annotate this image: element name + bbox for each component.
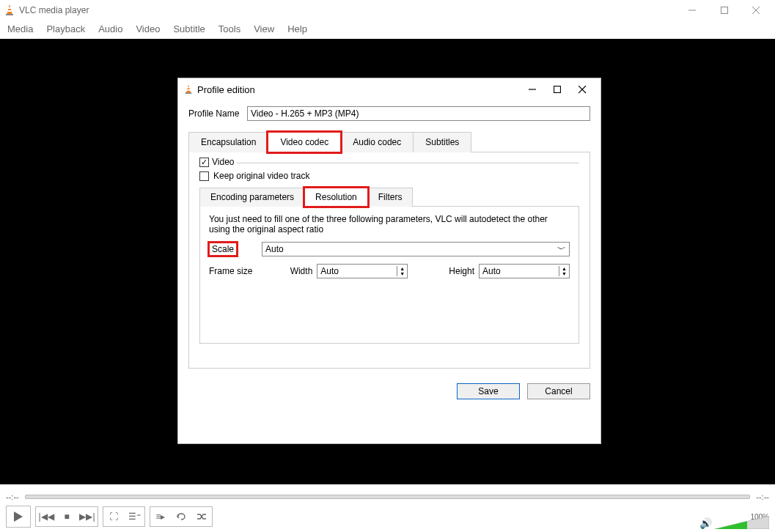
menu-view[interactable]: View bbox=[254, 23, 274, 34]
spin-down-icon[interactable]: ▼ bbox=[400, 271, 405, 276]
play-button[interactable] bbox=[6, 506, 31, 528]
stop-button[interactable]: ■ bbox=[56, 507, 77, 526]
height-label: Height bbox=[449, 266, 474, 276]
width-value: Auto bbox=[320, 266, 339, 276]
volume-slider[interactable] bbox=[715, 514, 769, 529]
menu-video[interactable]: Video bbox=[136, 23, 160, 34]
svg-rect-5 bbox=[721, 7, 727, 14]
width-label: Width bbox=[290, 266, 313, 276]
window-controls bbox=[677, 0, 771, 21]
tab-audio-codec[interactable]: Audio codec bbox=[340, 132, 414, 152]
time-current: --:-- bbox=[6, 492, 19, 501]
tab-resolution[interactable]: Resolution bbox=[304, 188, 368, 207]
video-group: ✓ Video Keep original video track Encodi… bbox=[199, 163, 579, 344]
time-total: --:-- bbox=[756, 492, 769, 501]
svg-marker-8 bbox=[186, 84, 191, 93]
menu-subtitle[interactable]: Subtitle bbox=[173, 23, 205, 34]
close-button[interactable] bbox=[741, 0, 771, 21]
menu-help[interactable]: Help bbox=[287, 23, 307, 34]
profile-edition-dialog: Profile edition Profile Name Encapsulati… bbox=[177, 78, 601, 444]
tab-encoding-parameters[interactable]: Encoding parameters bbox=[199, 188, 305, 207]
fullscreen-button[interactable]: ⛶ bbox=[103, 507, 124, 526]
cancel-button[interactable]: Cancel bbox=[527, 383, 590, 399]
video-checkbox[interactable]: ✓ bbox=[199, 158, 209, 167]
tab-subtitles[interactable]: Subtitles bbox=[413, 132, 471, 152]
spin-up-icon[interactable]: ▲ bbox=[400, 266, 405, 271]
menu-tools[interactable]: Tools bbox=[218, 23, 240, 34]
ext-settings-button[interactable]: ☰⁼ bbox=[124, 507, 144, 526]
profile-name-label: Profile Name bbox=[188, 108, 247, 119]
codec-tabs: Encapsulation Video codec Audio codec Su… bbox=[188, 131, 590, 152]
width-spinner[interactable]: Auto ▲▼ bbox=[317, 264, 408, 278]
tab-video-codec[interactable]: Video codec bbox=[268, 132, 341, 152]
svg-rect-1 bbox=[6, 14, 13, 15]
dialog-footer: Save Cancel bbox=[178, 376, 600, 410]
svg-rect-13 bbox=[554, 86, 561, 93]
spin-down-icon[interactable]: ▼ bbox=[562, 271, 567, 276]
dialog-close-button[interactable] bbox=[570, 81, 595, 98]
tab-encapsulation[interactable]: Encapsulation bbox=[188, 132, 268, 152]
previous-button[interactable]: |◀◀ bbox=[36, 507, 56, 526]
keep-original-checkbox[interactable] bbox=[199, 171, 209, 181]
menu-playback[interactable]: Playback bbox=[46, 23, 85, 34]
resolution-help-text: You just need to fill one of the three f… bbox=[209, 214, 570, 234]
dialog-minimize-button[interactable] bbox=[520, 81, 545, 98]
dialog-title: Profile edition bbox=[197, 84, 255, 95]
vlc-cone-icon bbox=[184, 84, 193, 95]
spin-up-icon[interactable]: ▲ bbox=[562, 266, 567, 271]
window-titlebar: VLC media player bbox=[0, 0, 775, 21]
tab-filters[interactable]: Filters bbox=[367, 188, 414, 207]
seek-slider[interactable] bbox=[25, 495, 751, 499]
profile-name-input[interactable] bbox=[247, 106, 590, 121]
svg-marker-16 bbox=[14, 511, 23, 522]
save-button[interactable]: Save bbox=[457, 383, 520, 399]
height-value: Auto bbox=[482, 266, 501, 276]
height-spinner[interactable]: Auto ▲▼ bbox=[479, 264, 570, 278]
keep-original-label: Keep original video track bbox=[213, 171, 309, 181]
vlc-cone-icon bbox=[4, 4, 15, 16]
svg-rect-3 bbox=[7, 10, 12, 12]
dialog-titlebar: Profile edition bbox=[178, 78, 600, 100]
maximize-button[interactable] bbox=[710, 0, 739, 21]
window-title: VLC media player bbox=[19, 5, 89, 15]
chevron-down-icon: ﹀ bbox=[557, 243, 566, 256]
video-checkbox-label: Video bbox=[212, 157, 234, 167]
menu-media[interactable]: Media bbox=[7, 23, 33, 34]
loop-button[interactable] bbox=[171, 507, 191, 526]
menu-audio[interactable]: Audio bbox=[98, 23, 122, 34]
svg-rect-2 bbox=[7, 7, 12, 9]
scale-value: Auto bbox=[265, 244, 284, 254]
scale-select[interactable]: Auto ﹀ bbox=[262, 242, 570, 256]
frame-size-label: Frame size bbox=[209, 266, 260, 276]
scale-label: Scale bbox=[209, 243, 237, 256]
minimize-button[interactable] bbox=[677, 0, 707, 21]
playlist-button[interactable]: ≡▸ bbox=[150, 507, 171, 526]
video-subtabs: Encoding parameters Resolution Filters bbox=[199, 187, 579, 206]
svg-marker-0 bbox=[7, 4, 12, 15]
dialog-maximize-button[interactable] bbox=[545, 81, 570, 98]
svg-rect-10 bbox=[187, 87, 191, 89]
resolution-pane: You just need to fill one of the three f… bbox=[199, 206, 579, 344]
menubar: Media Playback Audio Video Subtitle Tool… bbox=[0, 21, 775, 39]
svg-rect-11 bbox=[186, 89, 191, 91]
shuffle-button[interactable] bbox=[191, 507, 212, 526]
svg-rect-9 bbox=[186, 92, 192, 94]
speaker-icon[interactable]: 🔊 bbox=[699, 517, 712, 529]
next-button[interactable]: ▶▶| bbox=[77, 507, 98, 526]
player-controls: --:-- --:-- |◀◀ ■ ▶▶| ⛶ ☰⁼ ≡▸ 100% bbox=[0, 489, 775, 532]
video-codec-pane: ✓ Video Keep original video track Encodi… bbox=[188, 152, 590, 369]
